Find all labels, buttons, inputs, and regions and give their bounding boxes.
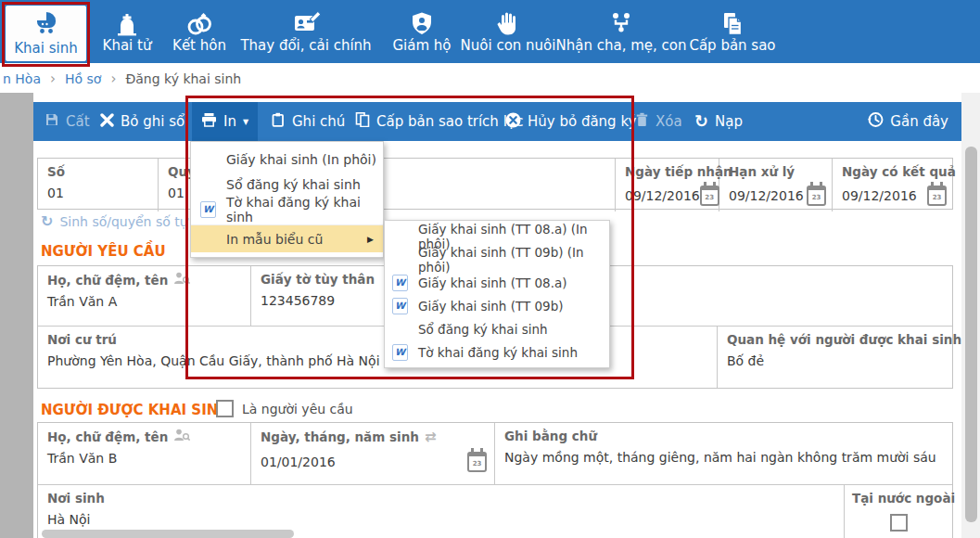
so-value: 01 (47, 186, 148, 200)
print-button[interactable]: In ▼ (192, 102, 258, 141)
same-as-requester-checkbox[interactable] (216, 400, 234, 417)
han-xu-ly-value: 09/12/2016 (729, 188, 804, 203)
registrant-dob-value: 01/01/2016 (261, 455, 336, 469)
swap-arrows-icon[interactable]: ⇄ (425, 429, 437, 445)
menu-item-to-khai-dang-ky-khai-sinh[interactable]: W Tờ khai đăng ký khai sinh (191, 197, 383, 222)
submenu-item-to-khai[interactable]: W Tờ khai đăng ký khai sinh (385, 340, 609, 364)
nav-item-cap-ban-sao[interactable]: Cấp bản sao (658, 9, 807, 54)
menu-item-label: Giấy khai sinh (TT 09b) (418, 299, 563, 314)
breadcrumb-current: Đăng ký khai sinh (125, 71, 241, 86)
registrant-section-title: NGƯỜI ĐƯỢC KHAI SINH (41, 402, 230, 418)
refresh-icon: ↻ (694, 113, 708, 130)
cancel-registration-label: Hủy bỏ đăng ký (528, 113, 636, 130)
x-icon (100, 113, 114, 131)
menu-item-label: Giấy khai sinh (TT 08.a) (418, 275, 566, 290)
document-copy-icon (355, 112, 370, 131)
ngay-tiep-nhan-value: 09/12/2016 (625, 188, 700, 203)
menu-item-label: Giấy khai sinh (In phôi) (226, 152, 376, 167)
reload-button[interactable]: ↻ Nạp (694, 102, 743, 141)
requester-relation-value: Bố đẻ (727, 353, 943, 368)
registrant-name-value: Trần Văn B (47, 451, 241, 466)
han-xu-ly-field[interactable]: Hạn xử lý 09/12/2016 23 (719, 159, 833, 211)
ngay-tiep-nhan-field[interactable]: Ngày tiếp nhận 09/12/2016 23 (616, 159, 719, 211)
registrant-dob-words-value: Ngày mồng một, tháng giêng, năm hai ngàn… (504, 450, 943, 465)
requester-section-title: NGƯỜI YÊU CẦU (41, 243, 166, 260)
delete-button[interactable]: Xóa (635, 102, 682, 141)
menu-item-label: Giấy khai sinh (TT 09b) (In phôi) (418, 245, 609, 275)
menu-item-label: Tờ khai đăng ký khai sinh (418, 345, 578, 360)
registrant-abroad-field[interactable]: Tại nước ngoài (845, 485, 952, 538)
word-document-icon: W (392, 275, 408, 291)
print-label: In (223, 113, 236, 130)
requester-relation-label: Quan hệ với người được khai sinh (727, 332, 943, 347)
menu-item-so-dang-ky-khai-sinh[interactable]: Sổ đăng ký khai sinh (191, 172, 383, 197)
print-dropdown-menu: Giấy khai sinh (In phôi) Sổ đăng ký khai… (190, 141, 384, 258)
same-as-requester-label: Là người yêu cầu (242, 402, 353, 416)
caret-down-icon: ▼ (243, 118, 248, 126)
print-submenu: Giấy khai sinh (TT 08.a) (In phôi) Giấy … (384, 220, 610, 368)
submenu-item-tt09b[interactable]: W Giấy khai sinh (TT 09b) (385, 294, 609, 317)
cancel-registration-button[interactable]: Hủy bỏ đăng ký (505, 102, 636, 141)
registrant-name-label: Họ, chữ đệm, tên (47, 429, 168, 444)
calendar-icon[interactable]: 23 (700, 186, 719, 206)
calendar-icon[interactable]: 23 (927, 186, 947, 206)
requester-relation-field[interactable]: Quan hệ với người được khai sinh Bố đẻ (718, 327, 952, 388)
breadcrumb-link-ho-so[interactable]: Hồ sơ (65, 71, 101, 86)
same-as-requester-option: Là người yêu cầu (216, 400, 353, 417)
person-search-icon[interactable] (173, 429, 190, 444)
han-xu-ly-label: Hạn xử lý (729, 164, 826, 179)
breadcrumb: n Hòa › Hồ sơ › Đăng ký khai sinh (0, 63, 980, 95)
horizontal-scrollbar-thumb[interactable] (42, 530, 294, 538)
word-document-icon: W (392, 344, 408, 361)
copy-extract-button[interactable]: Cấp bản sao trích lục (355, 102, 524, 141)
word-document-icon: W (392, 298, 408, 314)
vertical-scrollbar[interactable] (961, 93, 980, 538)
ngay-co-ket-qua-field[interactable]: Ngày có kết quả 09/12/2016 23 (833, 159, 952, 211)
breadcrumb-link-ward[interactable]: n Hòa (3, 71, 41, 86)
submenu-arrow-icon: ▶ (367, 235, 374, 244)
submenu-item-tt08a[interactable]: W Giấy khai sinh (TT 08.a) (385, 271, 609, 294)
registrant-dob-label: Ngày, tháng, năm sinh (261, 429, 419, 444)
registrant-dob-words-field[interactable]: Ghi bằng chữ Ngày mồng một, tháng giêng,… (495, 423, 952, 484)
ngay-co-ket-qua-value: 09/12/2016 (842, 188, 917, 203)
app-window: Khai sinh Khai tử Kết hôn (0, 0, 980, 538)
clipboard-icon (271, 112, 286, 131)
note-button[interactable]: Ghi chú (271, 102, 345, 141)
registrant-dob-words-label: Ghi bằng chữ (504, 429, 943, 443)
note-label: Ghi chú (292, 113, 345, 130)
requester-name-field[interactable]: Họ, chữ đệm, tên Trần Văn A (38, 266, 251, 326)
calendar-icon[interactable]: 23 (807, 186, 826, 206)
calendar-icon[interactable]: 23 (467, 452, 487, 472)
record-header-table: Số 01 Quyển 01 Ngày tiếp nhận 09/12/2016… (37, 158, 953, 210)
recent-button[interactable]: Gần đây (867, 102, 948, 141)
menu-item-label: Sổ đăng ký khai sinh (226, 177, 361, 192)
unrecord-label: Bỏ ghi sổ (121, 113, 185, 130)
history-clock-icon (867, 111, 884, 132)
registrant-pob-label: Nơi sinh (47, 491, 834, 506)
submenu-item-tt09b-in-phoi[interactable]: Giấy khai sinh (TT 09b) (In phôi) (385, 248, 609, 271)
breadcrumb-separator: › (50, 70, 56, 87)
registrant-pob-value: Hà Nội (47, 512, 834, 527)
submenu-item-so-dang-ky[interactable]: Sổ đăng ký khai sinh (385, 317, 609, 340)
registrant-abroad-label: Tại nước ngoài (852, 491, 945, 506)
requester-residence-field[interactable]: Nơi cư trú Phường Yên Hòa, Quận Cầu Giấy… (38, 327, 718, 388)
breadcrumb-separator: › (110, 70, 116, 87)
unrecord-button[interactable]: Bỏ ghi sổ (100, 102, 185, 141)
so-field[interactable]: Số 01 (38, 159, 159, 211)
word-document-icon: W (200, 201, 216, 218)
ngay-co-ket-qua-label: Ngày có kết quả (842, 164, 947, 179)
save-button[interactable]: Cất (45, 102, 90, 141)
menu-item-label: Tờ khai đăng ký khai sinh (226, 195, 383, 224)
requester-name-label: Họ, chữ đệm, tên (47, 273, 168, 288)
menu-item-in-mau-bieu-cu[interactable]: In mẫu biểu cũ ▶ (191, 224, 383, 252)
abroad-checkbox[interactable] (890, 514, 908, 532)
person-search-icon[interactable] (173, 272, 190, 288)
registrant-name-field[interactable]: Họ, chữ đệm, tên Trần Văn B (38, 423, 251, 484)
menu-item-giay-khai-sinh-in-phoi[interactable]: Giấy khai sinh (In phôi) (191, 147, 383, 172)
record-toolbar: Cất Bỏ ghi sổ In ▼ (33, 102, 961, 141)
recent-label: Gần đây (890, 113, 948, 130)
registrant-dob-field[interactable]: Ngày, tháng, năm sinh ⇄ 01/01/2016 23 (251, 423, 495, 484)
reload-label: Nạp (715, 113, 743, 130)
vertical-scrollbar-thumb[interactable] (965, 147, 977, 522)
empty-cell (634, 266, 952, 326)
